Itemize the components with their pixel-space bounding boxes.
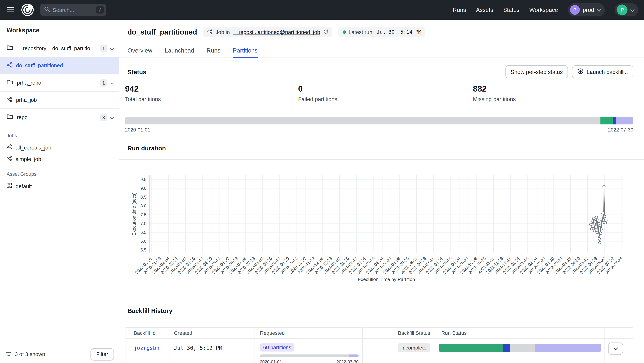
divider	[119, 159, 644, 160]
range-start: 2020-01-01	[125, 127, 150, 132]
divider	[119, 303, 644, 303]
asset-group-icon	[7, 183, 12, 190]
shown-count: 3 of 3 shown	[15, 351, 45, 357]
sidebar-item-repo[interactable]: repo 3	[0, 109, 119, 126]
page-title: do_stuff_partitioned	[128, 28, 197, 36]
svg-text:5.5: 5.5	[140, 248, 146, 252]
deployment-switcher[interactable]: P prod	[568, 3, 605, 16]
sidebar-item-simple-job[interactable]: simple_job	[0, 153, 119, 165]
search-shortcut-badge: /	[96, 6, 104, 14]
folder-icon	[7, 114, 13, 121]
svg-text:6.5: 6.5	[140, 230, 146, 235]
partition-stats: 942 Total partitions 0 Failed partitions…	[119, 84, 644, 111]
range-start: 2020-01-01	[260, 360, 282, 363]
sidebar-item-prha-repo[interactable]: prha_repo 1	[0, 74, 119, 92]
tab-launchpad[interactable]: Launchpad	[164, 44, 194, 58]
column-header-actions	[605, 328, 633, 339]
divider	[465, 84, 465, 112]
chevron-down-icon[interactable]	[110, 79, 114, 86]
execution-time-chart[interactable]: 9.59.08.58.07.57.06.56.05.52020-01-01202…	[119, 164, 640, 288]
filter-list-icon	[6, 350, 12, 358]
svg-text:8.5: 8.5	[140, 195, 146, 200]
latest-run-chip[interactable]: Latest run: Jul 30, 5:14 PM	[338, 26, 425, 37]
sidebar-item-label: prha_repo	[17, 80, 96, 86]
nav-link-assets[interactable]: Assets	[476, 7, 493, 13]
deployment-avatar: P	[570, 5, 580, 15]
table-row-cell-backfill-id: jozrgsbh	[126, 339, 169, 363]
nav-link-workspace[interactable]: Workspace	[530, 7, 558, 13]
sidebar-item-prha-job[interactable]: prha_job	[0, 92, 119, 109]
svg-text:7.5: 7.5	[140, 212, 146, 217]
tab-bar: Overview Launchpad Runs Partitions	[119, 44, 644, 58]
chevron-down-icon	[597, 6, 601, 14]
range-end: 2022-07-30	[336, 360, 359, 363]
global-search[interactable]: /	[40, 4, 106, 16]
job-icon	[208, 29, 213, 36]
sidebar-section-asset-groups: Asset Groups	[0, 171, 119, 177]
run-duration-chart: 9.59.08.58.07.57.06.56.05.52020-01-01202…	[119, 164, 640, 288]
top-nav-right: Runs Assets Status Workspace P prod P	[452, 3, 638, 16]
dagster-logo-icon[interactable]	[20, 3, 34, 17]
refresh-icon[interactable]	[323, 29, 328, 35]
range-end: 2022-07-30	[608, 127, 633, 132]
backfill-history-title: Backfill History	[128, 307, 172, 314]
tab-overview[interactable]: Overview	[128, 44, 152, 58]
requested-partitions-chip[interactable]: 60 partitions	[260, 344, 294, 352]
folder-icon	[7, 79, 13, 86]
status-section-header: Status Show per-step status Launch backf…	[128, 65, 634, 78]
sidebar-item-label: simple_job	[16, 156, 41, 162]
column-header-created: Created	[169, 328, 255, 339]
search-icon	[44, 6, 50, 14]
count-badge: 3	[100, 114, 107, 121]
partition-range-labels: 2020-01-01 2022-07-30	[125, 127, 633, 132]
backfill-history-table: Backfill Id Created Requested Backfill S…	[125, 328, 633, 363]
chevron-down-icon[interactable]	[110, 114, 114, 121]
latest-run-time[interactable]: Jul 30, 5:14 PM	[377, 29, 421, 35]
user-menu[interactable]: P	[615, 3, 638, 16]
column-header-backfill-status: Backfill Status	[363, 328, 436, 339]
svg-text:Execution time (secs): Execution time (secs)	[132, 192, 136, 236]
sidebar-item-all-cereals-job[interactable]: all_cereals_job	[0, 142, 119, 153]
job-chip-prefix: Job in	[216, 29, 230, 35]
sidebar-item-label: do_stuff_partitioned	[16, 62, 114, 68]
stat-total-partitions: 942 Total partitions	[125, 84, 161, 102]
folder-icon	[7, 44, 13, 52]
sidebar-item-do-stuff-partitioned[interactable]: do_stuff_partitioned	[0, 57, 119, 74]
table-row-cell-created: Jul 30, 5:12 PM	[169, 339, 255, 363]
filter-button[interactable]: Filter	[90, 348, 114, 360]
requested-partitions-bar	[260, 354, 359, 357]
count-badge: 1	[100, 79, 107, 86]
hamburger-menu-icon[interactable]	[7, 6, 15, 14]
search-input[interactable]	[53, 7, 93, 13]
job-origin-chip[interactable]: Job in __reposi...artitioned@partitioned…	[203, 26, 332, 37]
svg-text:Execution Time by Partition: Execution Time by Partition	[358, 277, 415, 282]
tab-runs[interactable]: Runs	[206, 44, 220, 58]
stat-missing-partitions: 882 Missing partitions	[473, 84, 516, 102]
nav-link-runs[interactable]: Runs	[452, 7, 466, 13]
requested-range-labels: 2020-01-01 2022-07-30	[260, 360, 359, 363]
backfill-id-link[interactable]: jozrgsbh	[134, 345, 160, 351]
sidebar-item-label: prha_job	[16, 97, 114, 103]
sidebar-item-label: __repository__do_stuff_partitio...	[17, 45, 96, 51]
run-duration-title: Run duration	[128, 144, 166, 152]
run-status-bar[interactable]	[439, 344, 601, 352]
tab-partitions[interactable]: Partitions	[233, 44, 258, 58]
launch-backfill-button[interactable]: Launch backfill...	[572, 65, 634, 78]
job-chip-target-link[interactable]: __reposi...artitioned@partitioned_job	[233, 29, 320, 35]
partition-status-bar[interactable]	[125, 117, 633, 124]
expand-row-button[interactable]	[608, 342, 623, 355]
sidebar-item-repository-do-stuff[interactable]: __repository__do_stuff_partitio... 1	[0, 40, 119, 57]
sidebar-title: Workspace	[0, 20, 119, 40]
show-per-step-status-button[interactable]: Show per-step status	[505, 65, 568, 78]
chevron-down-icon[interactable]	[110, 44, 114, 52]
top-nav: / Runs Assets Status Workspace P prod P	[0, 0, 644, 20]
sidebar-item-default-group[interactable]: default	[0, 180, 119, 192]
svg-text:9.0: 9.0	[140, 186, 146, 191]
user-avatar: P	[617, 4, 628, 15]
created-timestamp: Jul 30, 5:12 PM	[174, 345, 222, 351]
svg-text:6.0: 6.0	[140, 239, 146, 244]
stat-failed-partitions: 0 Failed partitions	[298, 84, 337, 102]
nav-link-status[interactable]: Status	[503, 7, 520, 13]
column-header-backfill-id: Backfill Id	[126, 328, 169, 339]
deployment-name: prod	[583, 7, 594, 13]
